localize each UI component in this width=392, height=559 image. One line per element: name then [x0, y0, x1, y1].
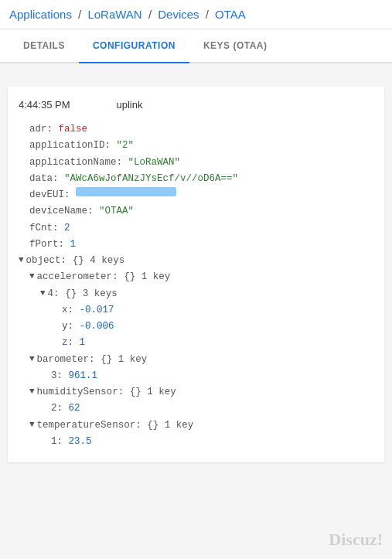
breadcrumb-devices[interactable]: Devices: [158, 8, 199, 21]
field-data: data: "AWcA6wJofANzJYsEcf/v//oD6A==": [19, 171, 373, 187]
field-temp-key: temperatureSensor:: [37, 418, 141, 434]
watermark: Discuz!: [329, 530, 383, 550]
page-wrapper: Applications / LoRaWAN / Devices / OTAA …: [0, 0, 392, 559]
field-baro-meta: {} 1 key: [101, 352, 147, 368]
field-object-key: object:: [26, 253, 67, 269]
field-x: x: -0.017: [19, 302, 373, 319]
field-item3-key: 3:: [51, 368, 63, 384]
field-item1-value: 23.5: [69, 434, 92, 450]
field-item4-key: 4:: [48, 286, 60, 302]
field-appname: applicationName: "LoRaWAN": [19, 155, 373, 171]
field-humidity-key: humiditySensor:: [37, 384, 124, 401]
field-y-key: y:: [62, 319, 73, 335]
tab-details[interactable]: DETAILS: [9, 29, 79, 63]
field-y: y: -0.006: [19, 319, 373, 335]
breadcrumb-sep-3: /: [206, 8, 212, 21]
field-appname-key: applicationName:: [29, 155, 122, 171]
field-devname-key: deviceName:: [29, 203, 94, 220]
log-type: uplink: [117, 99, 143, 111]
field-accel-meta: {} 1 key: [124, 269, 170, 285]
field-appid-value: "2": [117, 138, 135, 154]
field-adr-key: adr:: [29, 121, 53, 138]
field-temp-meta: {} 1 key: [147, 418, 193, 434]
field-accelerometer[interactable]: ▼ accelerometer: {} 1 key: [19, 269, 373, 285]
triangle-object[interactable]: ▼: [19, 253, 24, 268]
breadcrumb-applications[interactable]: Applications: [9, 8, 72, 21]
field-item2-key: 2:: [51, 401, 63, 417]
field-fport-key: fPort:: [29, 237, 64, 253]
breadcrumb-sep-2: /: [148, 8, 155, 21]
field-item3: 3: 961.1: [19, 368, 373, 384]
field-fcnt-value: 2: [64, 220, 70, 237]
field-adr: adr: false: [19, 121, 373, 138]
tab-keys-otaa[interactable]: KEYS (OTAA): [189, 29, 281, 63]
field-x-key: x:: [62, 302, 73, 319]
field-item1: 1: 23.5: [19, 434, 373, 450]
field-fcnt-key: fCnt:: [29, 220, 59, 237]
log-header: 4:44:35 PM uplink: [19, 99, 373, 111]
field-deveui: devEUI:: [19, 187, 373, 203]
field-temperature[interactable]: ▼ temperatureSensor: {} 1 key: [19, 418, 373, 434]
triangle-humidity[interactable]: ▼: [29, 384, 35, 399]
field-appname-value: "LoRaWAN": [128, 155, 181, 171]
field-appid: applicationID: "2": [19, 138, 373, 154]
breadcrumb: Applications / LoRaWAN / Devices / OTAA: [0, 0, 392, 29]
field-appid-key: applicationID:: [29, 138, 111, 154]
field-item1-key: 1:: [51, 434, 63, 450]
field-item3-value: 961.1: [69, 368, 98, 384]
field-item2: 2: 62: [19, 401, 373, 417]
field-item4[interactable]: ▼ 4: {} 3 keys: [19, 286, 373, 302]
field-object[interactable]: ▼ object: {} 4 keys: [19, 253, 373, 269]
breadcrumb-otaa: OTAA: [215, 8, 246, 21]
field-baro-key: barometer:: [37, 352, 95, 368]
field-accel-key: accelerometer:: [37, 269, 118, 285]
triangle-barometer[interactable]: ▼: [29, 352, 35, 366]
field-humidity-meta: {} 1 key: [130, 384, 176, 401]
tabs-bar: DETAILS CONFIGURATION KEYS (OTAA): [0, 29, 392, 63]
triangle-item4[interactable]: ▼: [40, 286, 46, 301]
field-data-value: "AWcA6wJofANzJYsEcf/v//oD6A==": [64, 171, 238, 187]
field-devname-value: "OTAA": [99, 203, 134, 220]
field-object-meta: {} 4 keys: [73, 253, 125, 269]
triangle-temperature[interactable]: ▼: [29, 418, 35, 432]
breadcrumb-sep-1: /: [78, 8, 84, 21]
field-devname: deviceName: "OTAA": [19, 203, 373, 220]
log-card: 4:44:35 PM uplink adr: false application…: [8, 87, 384, 462]
field-item2-value: 62: [69, 401, 80, 417]
field-fport-value: 1: [70, 237, 77, 253]
field-barometer[interactable]: ▼ barometer: {} 1 key: [19, 352, 373, 368]
field-x-value: -0.017: [80, 302, 114, 319]
field-z-key: z:: [62, 335, 73, 351]
field-deveui-key: devEUI:: [29, 187, 70, 203]
json-tree: adr: false applicationID: "2" applicatio…: [19, 121, 373, 450]
breadcrumb-lorawan[interactable]: LoRaWAN: [87, 8, 141, 21]
log-time: 4:44:35 PM: [19, 99, 70, 111]
field-z: z: 1: [19, 335, 373, 351]
field-fcnt: fCnt: 2: [19, 220, 373, 237]
triangle-accelerometer[interactable]: ▼: [29, 269, 35, 284]
field-humidity[interactable]: ▼ humiditySensor: {} 1 key: [19, 384, 373, 401]
field-z-value: 1: [80, 335, 86, 351]
field-fport: fPort: 1: [19, 237, 373, 253]
field-item4-meta: {} 3 keys: [65, 286, 118, 302]
tab-configuration[interactable]: CONFIGURATION: [79, 29, 189, 63]
field-y-value: -0.006: [80, 319, 114, 335]
field-data-key: data:: [29, 171, 59, 187]
field-adr-value: false: [59, 121, 88, 138]
spacer: [0, 63, 392, 87]
field-deveui-redacted: [76, 187, 176, 196]
